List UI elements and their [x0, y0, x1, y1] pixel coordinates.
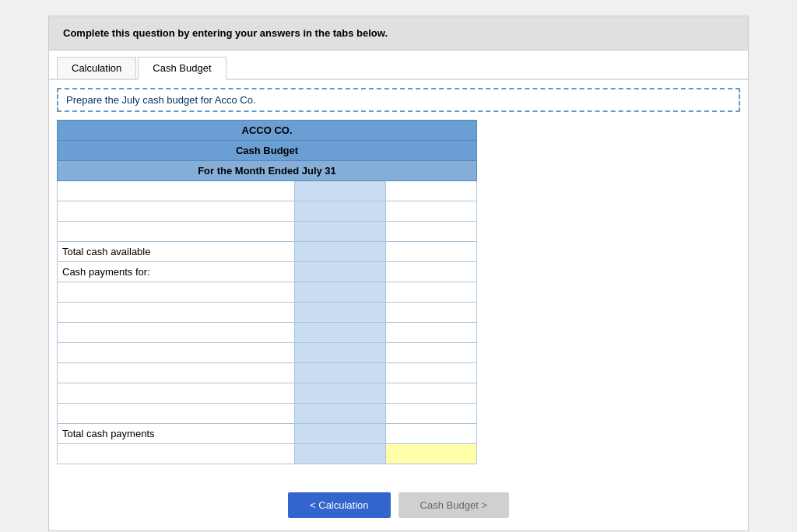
final-right-input[interactable] — [391, 448, 472, 460]
table-row — [58, 282, 477, 303]
pay-mid-3[interactable] — [300, 327, 381, 338]
right-input-1[interactable] — [391, 185, 472, 197]
cash-payments-header-row: Cash payments for: — [58, 262, 477, 282]
tab-calculation[interactable]: Calculation — [57, 57, 136, 79]
nav-buttons: Calculation Cash Budget — [49, 480, 748, 530]
pay-right-3[interactable] — [391, 327, 472, 338]
pay-right-4[interactable] — [391, 347, 472, 359]
label-input-2[interactable] — [62, 205, 290, 217]
right-cell-2 — [386, 201, 477, 222]
pay-label-1[interactable] — [62, 286, 290, 298]
label-cell-1 — [58, 181, 295, 201]
total-cash-payments-right-input[interactable] — [391, 428, 472, 439]
tabs-row: Calculation Cash Budget — [49, 51, 748, 80]
right-input-2[interactable] — [391, 205, 472, 217]
mid-input-2[interactable] — [300, 205, 381, 217]
table-row — [58, 303, 477, 323]
final-label-input[interactable] — [62, 448, 290, 460]
table-row — [58, 343, 477, 363]
pay-right-1[interactable] — [391, 286, 472, 298]
pay-right-6[interactable] — [391, 387, 472, 399]
company-name-cell: ACCO CO. — [58, 121, 477, 141]
table-row — [58, 323, 477, 343]
pay-mid-4[interactable] — [300, 347, 381, 359]
final-mid-input[interactable] — [300, 448, 381, 460]
total-cash-payments-row: Total cash payments — [58, 424, 477, 444]
report-title-cell: Cash Budget — [58, 141, 477, 161]
tab-cash-budget[interactable]: Cash Budget — [138, 57, 226, 80]
mid-input-1[interactable] — [300, 185, 381, 197]
pay-mid-6[interactable] — [300, 387, 381, 399]
pay-label-7[interactable] — [62, 408, 290, 419]
pay-label-5[interactable] — [62, 367, 290, 379]
pay-label-2[interactable] — [62, 306, 290, 318]
instruction-bar: Complete this question by entering your … — [49, 16, 748, 51]
right-cell-1 — [386, 181, 477, 201]
pay-mid-7[interactable] — [300, 408, 381, 419]
final-right-cell — [386, 444, 477, 464]
mid-cell-2 — [295, 201, 386, 222]
table-row — [58, 201, 477, 222]
label-cell-2 — [58, 201, 295, 222]
total-cash-payments-right — [386, 424, 477, 444]
total-cash-available-right — [386, 242, 477, 262]
total-cash-available-row: Total cash available — [58, 242, 477, 262]
pay-label-4[interactable] — [62, 347, 290, 359]
table-row — [58, 181, 477, 201]
question-text: Prepare the July cash budget for Acco Co… — [66, 94, 256, 106]
pay-mid-1[interactable] — [300, 286, 381, 298]
report-title-row: Cash Budget — [58, 141, 477, 161]
table-row — [58, 383, 477, 404]
table-row — [58, 363, 477, 383]
pay-mid-5[interactable] — [300, 367, 381, 379]
pay-mid-2[interactable] — [300, 306, 381, 318]
blank-row — [58, 222, 477, 242]
final-row — [58, 444, 477, 464]
company-name-row: ACCO CO. — [58, 121, 477, 141]
total-cash-available-label: Total cash available — [58, 242, 295, 262]
table-row — [58, 404, 477, 424]
pay-label-3[interactable] — [62, 327, 290, 338]
mid-cell-1 — [295, 181, 386, 201]
pay-right-2[interactable] — [391, 306, 472, 318]
budget-table: ACCO CO. Cash Budget For the Month Ended… — [57, 120, 477, 464]
total-cash-payments-mid — [295, 424, 386, 444]
total-cash-available-mid-input[interactable] — [300, 246, 381, 257]
main-container: Complete this question by entering your … — [48, 16, 749, 531]
period-cell: For the Month Ended July 31 — [58, 161, 477, 181]
pay-label-6[interactable] — [62, 387, 290, 399]
next-button[interactable]: Cash Budget — [398, 492, 509, 518]
total-cash-available-mid — [295, 242, 386, 262]
instruction-text: Complete this question by entering your … — [63, 27, 388, 39]
pay-right-7[interactable] — [391, 408, 472, 419]
table-section: ACCO CO. Cash Budget For the Month Ended… — [49, 120, 748, 480]
question-banner: Prepare the July cash budget for Acco Co… — [57, 88, 740, 112]
prev-button[interactable]: Calculation — [288, 492, 391, 518]
pay-right-5[interactable] — [391, 367, 472, 379]
total-cash-available-right-input[interactable] — [391, 246, 472, 257]
total-cash-payments-mid-input[interactable] — [300, 428, 381, 439]
total-cash-payments-label: Total cash payments — [58, 424, 295, 444]
label-input-1[interactable] — [62, 185, 290, 197]
cash-payments-label: Cash payments for: — [58, 262, 295, 282]
period-row: For the Month Ended July 31 — [58, 161, 477, 181]
